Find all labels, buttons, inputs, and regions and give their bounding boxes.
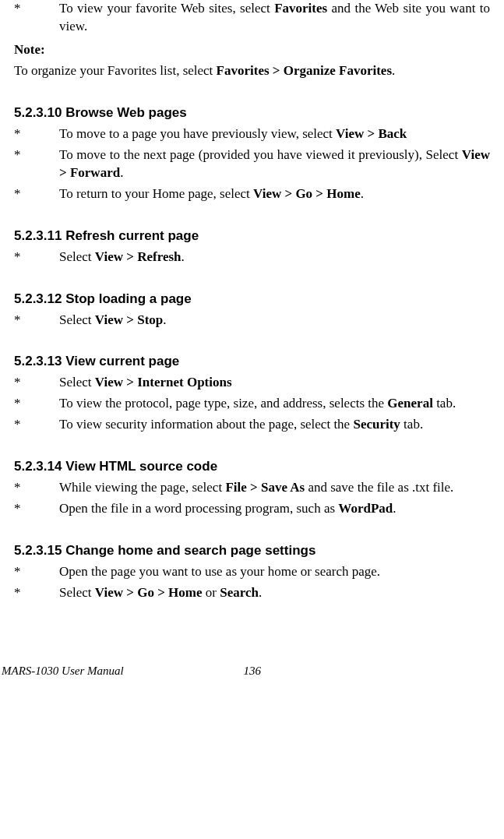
text-run: To organize your Favorites list, select	[14, 63, 217, 78]
text-bold: View > Back	[336, 126, 407, 141]
bullet-text: To view the protocol, page type, size, a…	[59, 395, 490, 413]
section-5-2-3-14: 5.2.3.14 View HTML source code * While v…	[14, 459, 490, 518]
text-run: .	[163, 312, 166, 327]
bullet-marker: *	[14, 0, 59, 36]
text-run: Open the page you want to use as your ho…	[59, 564, 380, 579]
list-item: * Select View > Internet Options	[14, 374, 490, 392]
text-run: To move to the next page (provided you h…	[59, 147, 462, 162]
bullet-list: * Select View > Refresh.	[14, 249, 490, 266]
list-item: * Open the page you want to use as your …	[14, 563, 490, 581]
bullet-text: Open the file in a word processing progr…	[59, 500, 490, 518]
document-page: * To view your favorite Web sites, selec…	[0, 0, 504, 602]
note-label: Note:	[14, 42, 490, 58]
section-5-2-3-12: 5.2.3.12 Stop loading a page * Select Vi…	[14, 291, 490, 330]
text-run: or	[203, 585, 220, 600]
text-run: .	[393, 501, 396, 516]
bullet-text: Select View > Refresh.	[59, 249, 490, 266]
text-run: tab.	[433, 396, 456, 411]
bullet-list: * To move to a page you have previously …	[14, 125, 490, 203]
section-5-2-3-15: 5.2.3.15 Change home and search page set…	[14, 543, 490, 602]
bullet-marker: *	[14, 125, 59, 143]
list-item: * To return to your Home page, select Vi…	[14, 185, 490, 203]
text-run: .	[120, 165, 123, 180]
text-bold: Favorites	[274, 1, 327, 16]
section-5-2-3-13: 5.2.3.13 View current page * Select View…	[14, 354, 490, 434]
bullet-text: While viewing the page, select File > Sa…	[59, 479, 490, 497]
bullet-list: * Select View > Stop.	[14, 312, 490, 330]
intro-bullet-list: * To view your favorite Web sites, selec…	[14, 0, 490, 36]
bullet-list: * While viewing the page, select File > …	[14, 479, 490, 518]
text-bold: View > Internet Options	[95, 375, 232, 390]
bullet-text: To view security information about the p…	[59, 416, 490, 434]
section-5-2-3-11: 5.2.3.11 Refresh current page * Select V…	[14, 228, 490, 266]
text-run: .	[361, 186, 364, 201]
text-bold: Favorites > Organize Favorites	[217, 63, 392, 78]
bullet-marker: *	[14, 249, 59, 266]
text-run: tab.	[400, 417, 423, 432]
text-run: Open the file in a word processing progr…	[59, 501, 338, 516]
bullet-marker: *	[14, 416, 59, 434]
text-run: To move to a page you have previously vi…	[59, 126, 336, 141]
bullet-text: Select View > Stop.	[59, 312, 490, 330]
text-bold: Search	[220, 585, 259, 600]
bullet-list: * Select View > Internet Options * To vi…	[14, 374, 490, 434]
text-run: Select	[59, 375, 95, 390]
list-item: * Select View > Stop.	[14, 312, 490, 330]
bullet-marker: *	[14, 563, 59, 581]
section-heading: 5.2.3.13 View current page	[14, 354, 490, 369]
section-heading: 5.2.3.11 Refresh current page	[14, 228, 490, 244]
bullet-marker: *	[14, 312, 59, 330]
bullet-marker: *	[14, 479, 59, 497]
text-bold: View > Stop	[95, 312, 163, 327]
text-run: Select	[59, 585, 95, 600]
text-run: To view your favorite Web sites, select	[59, 1, 274, 16]
page-footer: MARS-1030 User Manual 136	[0, 665, 504, 687]
bullet-marker: *	[14, 185, 59, 203]
text-bold: View > Refresh	[95, 249, 182, 264]
text-run: To return to your Home page, select	[59, 186, 253, 201]
list-item: * Select View > Go > Home or Search.	[14, 584, 490, 602]
text-run: .	[259, 585, 262, 600]
list-item: * To move to the next page (provided you…	[14, 146, 490, 182]
text-run: .	[392, 63, 395, 78]
list-item: * To view the protocol, page type, size,…	[14, 395, 490, 413]
note-text: To organize your Favorites list, select …	[14, 62, 490, 80]
text-run: To view the protocol, page type, size, a…	[59, 396, 387, 411]
section-heading: 5.2.3.14 View HTML source code	[14, 459, 490, 474]
text-bold: Security	[353, 417, 400, 432]
text-bold: View > Go > Home	[95, 585, 203, 600]
bullet-text: Select View > Internet Options	[59, 374, 490, 392]
text-run: .	[182, 249, 185, 264]
text-run: To view security information about the p…	[59, 417, 353, 432]
footer-page-number: 136	[243, 665, 261, 678]
footer-doc-title: MARS-1030 User Manual	[2, 665, 124, 678]
bullet-text: Open the page you want to use as your ho…	[59, 563, 490, 581]
text-run: While viewing the page, select	[59, 480, 225, 495]
section-heading: 5.2.3.12 Stop loading a page	[14, 291, 490, 307]
text-bold: File > Save As	[225, 480, 305, 495]
bullet-text: To move to the next page (provided you h…	[59, 146, 490, 182]
text-run: and save the file as .txt file.	[305, 480, 453, 495]
text-bold: WordPad	[338, 501, 393, 516]
section-5-2-3-10: 5.2.3.10 Browse Web pages * To move to a…	[14, 105, 490, 203]
section-heading: 5.2.3.15 Change home and search page set…	[14, 543, 490, 559]
bullet-text: To return to your Home page, select View…	[59, 185, 490, 203]
bullet-text: Select View > Go > Home or Search.	[59, 584, 490, 602]
text-bold: General	[387, 396, 433, 411]
list-item: * To move to a page you have previously …	[14, 125, 490, 143]
text-run: Select	[59, 312, 95, 327]
bullet-marker: *	[14, 500, 59, 518]
bullet-marker: *	[14, 395, 59, 413]
list-item: * To view your favorite Web sites, selec…	[14, 0, 490, 36]
text-run: Select	[59, 249, 95, 264]
bullet-marker: *	[14, 584, 59, 602]
section-heading: 5.2.3.10 Browse Web pages	[14, 105, 490, 121]
list-item: * While viewing the page, select File > …	[14, 479, 490, 497]
list-item: * To view security information about the…	[14, 416, 490, 434]
list-item: * Open the file in a word processing pro…	[14, 500, 490, 518]
text-bold: View > Go > Home	[253, 186, 361, 201]
bullet-marker: *	[14, 374, 59, 392]
bullet-text: To view your favorite Web sites, select …	[59, 0, 490, 36]
bullet-list: * Open the page you want to use as your …	[14, 563, 490, 602]
bullet-text: To move to a page you have previously vi…	[59, 125, 490, 143]
